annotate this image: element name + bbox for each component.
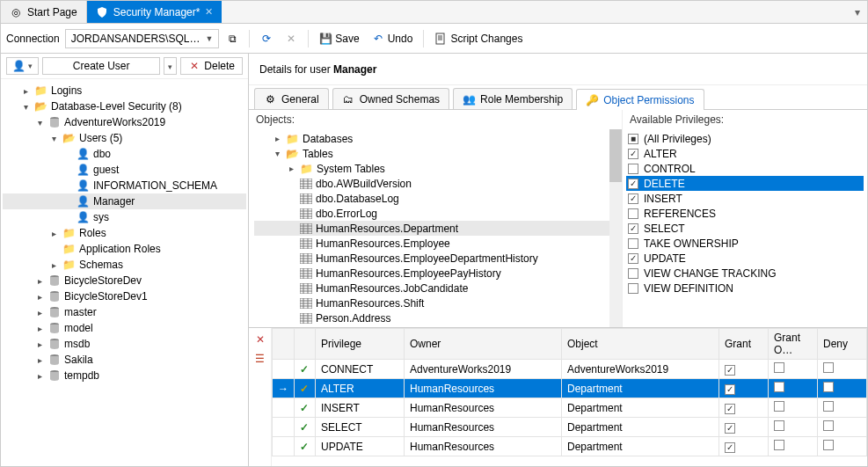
priv-item[interactable]: ✓SELECT [626,221,864,236]
checkbox[interactable]: ✓ [725,442,735,453]
checkbox[interactable]: ✓ [628,223,638,234]
checkbox[interactable]: ✓ [725,404,735,414]
checkbox[interactable] [628,208,638,219]
collapse-icon[interactable]: ▾ [20,102,31,112]
tab-object-permissions[interactable]: 🔑Object Permissions [576,89,704,110]
obj-node-table[interactable]: HumanResources.Employee [254,236,622,251]
priv-item[interactable]: TAKE OWNERSHIP [626,236,864,251]
copy-button[interactable]: ⧉ [221,30,244,47]
obj-node-table[interactable]: dbo.AWBuildVersion [254,176,622,191]
checkbox[interactable] [774,362,784,373]
tree-node-application-roles[interactable]: 📁Application Roles [3,241,246,257]
checkbox[interactable] [823,382,834,392]
expand-icon[interactable]: ▸ [34,355,45,365]
close-icon[interactable]: ✕ [205,6,213,18]
expand-icon[interactable]: ▸ [272,134,282,143]
priv-item[interactable]: VIEW DEFINITION [626,281,864,296]
undo-button[interactable]: ↶ Undo [367,30,419,47]
refresh-button[interactable]: ⟳ [255,30,278,47]
priv-item[interactable]: ✓ALTER [626,146,864,161]
obj-node-system-tables[interactable]: ▸📁System Tables [254,161,622,176]
tree-node-db[interactable]: ▸Sakila [3,352,246,368]
create-user-button[interactable]: Create User [42,57,160,75]
obj-node-tables[interactable]: ▾📂Tables [254,146,622,161]
obj-node-table[interactable]: Person.Address [254,310,622,325]
grid-header[interactable]: Deny [818,329,867,360]
tree-node-db[interactable]: ▸msdb [3,336,246,352]
checkbox[interactable] [628,268,638,279]
cell-grant-option[interactable] [769,418,818,437]
expand-icon[interactable]: ▸ [34,371,45,381]
tree-node-db[interactable]: ▸BicycleStoreDev [3,273,246,288]
cell-grant[interactable]: ✓ [719,398,769,418]
objects-tree[interactable]: ▸📁Databases ▾📂Tables ▸📁System Tables dbo… [249,129,622,327]
tree-node-database-level-security[interactable]: ▾📂Database-Level Security (8) [3,99,246,114]
cell-deny[interactable] [818,379,867,398]
grid-row[interactable]: ✓ INSERT HumanResources Department ✓ [273,398,867,418]
collapse-icon[interactable]: ▾ [48,134,59,143]
save-button[interactable]: 💾 Save [314,30,364,47]
tree-node-user-information-schema[interactable]: 👤INFORMATION_SCHEMA [3,178,246,193]
checkbox[interactable] [774,420,784,431]
collapse-icon[interactable]: ▾ [272,149,282,158]
list-icon[interactable]: ☰ [254,353,266,365]
collapse-icon[interactable]: ▾ [34,118,45,128]
tab-general[interactable]: ⚙General [254,88,329,109]
cell-grant-option[interactable] [769,379,818,398]
checkbox[interactable]: ✓ [725,365,735,376]
tree-node-user-manager[interactable]: 👤Manager [3,193,246,209]
tab-owned-schemas[interactable]: 🗂Owned Schemas [332,88,449,109]
grid-row[interactable]: ✓ UPDATE HumanResources Department ✓ [273,437,867,456]
scrollbar-track[interactable] [609,129,622,327]
checkbox[interactable] [774,382,784,392]
priv-item[interactable]: VIEW CHANGE TRACKING [626,266,864,281]
cell-grant[interactable]: ✓ [719,437,769,456]
tab-start-page[interactable]: ◎ Start Page [1,1,87,23]
priv-all[interactable]: ■(All Privileges) [626,131,864,146]
grid-header[interactable]: Object [562,329,719,360]
tab-role-membership[interactable]: 👥Role Membership [453,88,573,109]
script-changes-button[interactable]: Script Changes [429,30,528,47]
cell-grant-option[interactable] [769,360,818,379]
grid-header[interactable]: Owner [405,329,562,360]
obj-node-table[interactable]: dbo.ErrorLog [254,206,622,221]
obj-node-databases[interactable]: ▸📁Databases [254,131,622,146]
checkbox[interactable]: ✓ [628,193,638,204]
tree-node-adventureworks2019[interactable]: ▾AdventureWorks2019 [3,114,246,130]
expand-icon[interactable]: ▸ [48,260,59,270]
security-tree[interactable]: ▸📁Logins ▾📂Database-Level Security (8) ▾… [1,79,248,466]
tree-node-db[interactable]: ▸BicycleStoreDev1 [3,288,246,304]
priv-item[interactable]: ✓DELETE [626,176,864,191]
checkbox[interactable]: ✓ [628,179,638,189]
cell-deny[interactable] [818,418,867,437]
delete-button[interactable]: ✕ Delete [180,57,243,75]
checkbox[interactable] [774,440,784,450]
checkbox[interactable]: ✓ [628,149,638,159]
obj-node-table[interactable]: HumanResources.JobCandidate [254,281,622,296]
priv-item[interactable]: REFERENCES [626,206,864,221]
obj-node-table[interactable]: Person.AddressType [254,325,622,327]
tree-node-user-guest[interactable]: 👤guest [3,162,246,178]
connection-select[interactable]: JORDANSANDERS\SQL… ▼ [65,29,220,48]
tree-node-user-dbo[interactable]: 👤dbo [3,146,246,162]
cancel-button[interactable]: ✕ [280,30,303,47]
expand-icon[interactable]: ▸ [34,276,45,286]
cell-grant[interactable]: ✓ [719,418,769,437]
obj-node-table[interactable]: HumanResources.EmployeePayHistory [254,266,622,281]
grid-row[interactable]: ✓ SELECT HumanResources Department ✓ [273,418,867,437]
tree-node-roles[interactable]: ▸📁Roles [3,225,246,241]
obj-node-table[interactable]: HumanResources.Department [254,221,622,236]
expand-icon[interactable]: ▸ [48,229,59,238]
checkbox[interactable] [628,238,638,249]
checkbox[interactable]: ✓ [725,384,735,395]
cell-grant-option[interactable] [769,398,818,418]
cell-grant[interactable]: ✓ [719,360,769,379]
obj-node-table[interactable]: dbo.DatabaseLog [254,191,622,206]
priv-item[interactable]: ✓INSERT [626,191,864,206]
new-menu-button[interactable]: 👤 ▾ [6,57,39,75]
tab-overflow[interactable]: ▾ [848,6,867,18]
grid-header[interactable]: Grant [719,329,769,360]
cell-grant[interactable]: ✓ [719,379,769,398]
obj-node-table[interactable]: HumanResources.Shift [254,296,622,310]
remove-row-button[interactable]: ✕ [254,333,266,346]
